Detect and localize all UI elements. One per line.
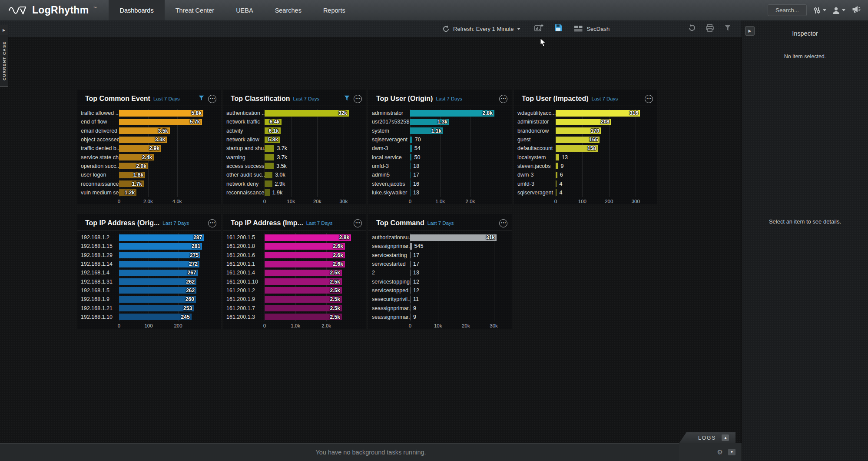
bar[interactable]: 208 bbox=[556, 119, 611, 125]
bar[interactable]: 281 bbox=[119, 243, 202, 250]
bar[interactable]: 1.1k bbox=[410, 127, 443, 134]
bar[interactable]: 5.7k bbox=[119, 119, 202, 125]
chart-menu-button[interactable]: ⋯ bbox=[208, 219, 216, 227]
bar[interactable]: 2.9k bbox=[119, 145, 161, 152]
bar[interactable] bbox=[410, 270, 411, 276]
bar[interactable]: 287 bbox=[119, 234, 204, 241]
bar[interactable]: 2.4k bbox=[119, 154, 154, 160]
bar[interactable]: 1.8k bbox=[119, 172, 145, 178]
bar[interactable] bbox=[265, 189, 270, 196]
bar[interactable]: 2.5k bbox=[265, 305, 342, 311]
print-button[interactable] bbox=[706, 24, 714, 34]
bar[interactable] bbox=[410, 189, 411, 196]
chart-menu-button[interactable]: ⋯ bbox=[354, 219, 362, 227]
global-filter-button[interactable] bbox=[724, 24, 732, 33]
bar[interactable]: 2.6k bbox=[265, 261, 345, 267]
bar[interactable]: 2.5k bbox=[265, 270, 342, 276]
bar[interactable] bbox=[410, 137, 412, 143]
bar[interactable] bbox=[410, 243, 412, 250]
bar[interactable]: 5.8k bbox=[119, 110, 203, 117]
current-case-expand-button[interactable]: ▶ bbox=[0, 25, 8, 35]
bar[interactable]: 3.5k bbox=[119, 127, 170, 134]
bar[interactable] bbox=[410, 180, 411, 187]
chart-menu-button[interactable]: ⋯ bbox=[645, 95, 653, 103]
tab-searches[interactable]: Searches bbox=[264, 0, 312, 20]
bar[interactable] bbox=[265, 180, 272, 187]
bar[interactable] bbox=[410, 278, 411, 285]
chart-menu-button[interactable]: ⋯ bbox=[499, 219, 507, 227]
bar[interactable] bbox=[410, 252, 411, 258]
bar[interactable] bbox=[556, 172, 557, 178]
bar[interactable]: 6.1k bbox=[265, 127, 281, 134]
bar[interactable]: 170 bbox=[556, 127, 601, 134]
bar[interactable]: 272 bbox=[119, 261, 199, 267]
tab-threat-center[interactable]: Threat Center bbox=[165, 0, 225, 20]
bar[interactable]: 2.6k bbox=[265, 252, 345, 258]
bar[interactable] bbox=[556, 180, 557, 187]
tab-reports[interactable]: Reports bbox=[312, 0, 356, 20]
logs-collapse-button[interactable]: ▼ bbox=[728, 449, 735, 455]
bar[interactable] bbox=[556, 163, 558, 169]
bar[interactable]: 262 bbox=[119, 287, 196, 294]
bar[interactable]: 2.5k bbox=[265, 287, 342, 294]
bar[interactable]: 267 bbox=[119, 270, 198, 276]
bar[interactable] bbox=[556, 189, 557, 196]
bar[interactable]: 3.3k bbox=[119, 137, 167, 143]
bar[interactable]: 275 bbox=[119, 252, 200, 258]
bar[interactable]: 2.0k bbox=[119, 163, 148, 169]
bar[interactable]: 32k bbox=[265, 110, 349, 117]
bar[interactable]: 2.5k bbox=[265, 278, 342, 285]
chart-menu-button[interactable]: ⋯ bbox=[354, 95, 362, 103]
bar[interactable] bbox=[265, 145, 274, 152]
bar[interactable]: 260 bbox=[119, 296, 196, 303]
search-button[interactable]: Search... bbox=[768, 4, 807, 16]
bar[interactable]: 2.8k bbox=[410, 110, 494, 117]
bar[interactable]: 165 bbox=[556, 137, 600, 143]
save-dashboard-button[interactable] bbox=[554, 23, 563, 34]
bar[interactable]: 158 bbox=[556, 145, 598, 152]
tune-menu-button[interactable] bbox=[812, 7, 826, 14]
bar[interactable]: 316 bbox=[556, 110, 640, 117]
bar[interactable]: 2.8k bbox=[265, 234, 351, 241]
bar[interactable] bbox=[410, 154, 411, 160]
dashboard-selector[interactable]: SecDash bbox=[574, 25, 610, 32]
bar[interactable]: 2.5k bbox=[265, 296, 342, 303]
bar[interactable] bbox=[265, 163, 274, 169]
bar[interactable]: 245 bbox=[119, 314, 192, 320]
gear-icon[interactable]: ⚙ bbox=[717, 448, 723, 456]
chart-filter-button[interactable] bbox=[344, 95, 350, 103]
bar[interactable]: 2.5k bbox=[265, 314, 342, 320]
bar[interactable] bbox=[410, 145, 412, 152]
bar[interactable] bbox=[265, 154, 274, 160]
bar[interactable] bbox=[410, 163, 411, 169]
reset-button[interactable] bbox=[688, 24, 696, 33]
bar[interactable] bbox=[410, 296, 411, 303]
bar[interactable] bbox=[556, 154, 559, 160]
tab-dashboards[interactable]: Dashboards bbox=[109, 0, 164, 20]
user-menu-button[interactable] bbox=[832, 7, 845, 14]
bar[interactable]: 31k bbox=[410, 234, 497, 241]
bar[interactable] bbox=[410, 287, 411, 294]
bar[interactable] bbox=[410, 305, 411, 311]
current-case-tab[interactable]: CURRENT CASE bbox=[0, 35, 8, 87]
chart-filter-button[interactable] bbox=[198, 95, 205, 103]
logs-drawer-tab[interactable]: LOGS ▲ bbox=[679, 432, 735, 443]
bar[interactable] bbox=[410, 314, 411, 320]
bar[interactable]: 1.7k bbox=[119, 180, 144, 187]
bar[interactable]: 1.3k bbox=[410, 119, 449, 125]
refresh-button[interactable]: Refresh: Every 1 Minute bbox=[442, 25, 520, 33]
bar[interactable]: 2.6k bbox=[265, 243, 345, 250]
announcements-button[interactable] bbox=[851, 5, 861, 15]
bar[interactable] bbox=[265, 172, 272, 178]
bar[interactable] bbox=[410, 261, 411, 267]
tab-ueba[interactable]: UEBA bbox=[225, 0, 264, 20]
bar[interactable]: 262 bbox=[119, 278, 196, 285]
chart-menu-button[interactable]: ⋯ bbox=[499, 95, 507, 103]
bar[interactable]: 253 bbox=[119, 305, 194, 311]
logs-expand-button[interactable]: ▲ bbox=[722, 434, 729, 441]
bar[interactable] bbox=[410, 172, 411, 178]
add-widget-button[interactable] bbox=[534, 24, 543, 34]
bar[interactable]: 6.4k bbox=[265, 119, 282, 125]
bar[interactable]: 1.2k bbox=[119, 189, 136, 196]
bar[interactable]: 5.8k bbox=[265, 137, 280, 143]
